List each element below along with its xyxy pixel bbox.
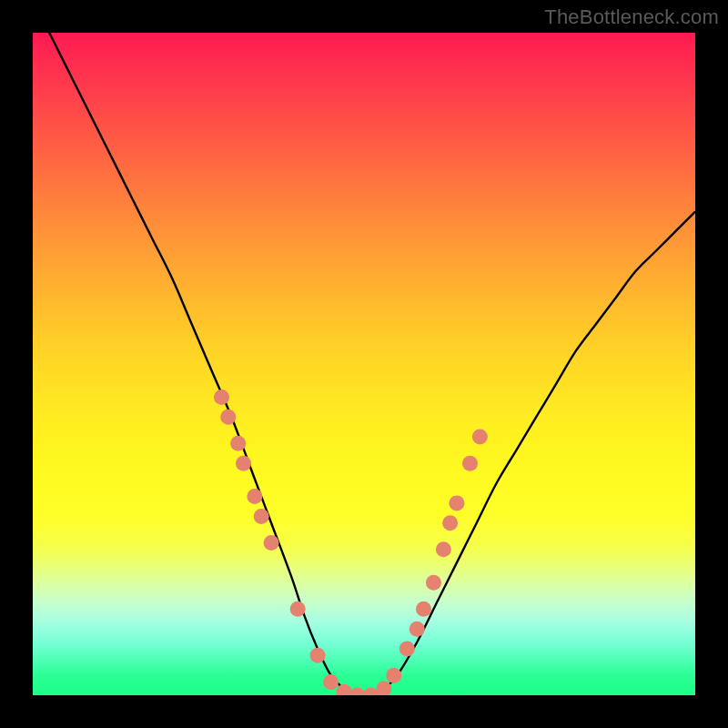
curve-layer (33, 33, 695, 695)
marker-dot (220, 410, 236, 425)
marker-dot (254, 509, 269, 524)
marker-dot (310, 648, 326, 663)
plot-area (33, 33, 695, 695)
marker-dot (290, 602, 306, 617)
marker-dot (399, 642, 415, 657)
marker-dot (472, 430, 488, 445)
chart-frame: TheBottleneck.com (0, 0, 728, 728)
marker-dot (264, 535, 279, 551)
marker-dot (214, 389, 229, 405)
marker-dot (349, 688, 365, 696)
marker-dot (449, 495, 464, 511)
marker-dot (236, 456, 251, 471)
marker-dot (416, 602, 431, 617)
marker-dot (363, 688, 379, 696)
marker-dot (442, 515, 458, 531)
marker-dot (436, 541, 451, 557)
marker-dot (247, 489, 262, 504)
marker-dot (386, 668, 401, 683)
watermark-text: TheBottleneck.com (544, 5, 719, 29)
marker-dot (426, 575, 441, 591)
marker-dot (410, 622, 425, 637)
marker-dot (462, 456, 478, 471)
marker-dot (337, 684, 352, 695)
marker-dot (230, 436, 246, 451)
markers (214, 389, 488, 695)
bottleneck-curve (33, 33, 695, 695)
curve-path (33, 33, 695, 695)
marker-dot (323, 674, 339, 690)
